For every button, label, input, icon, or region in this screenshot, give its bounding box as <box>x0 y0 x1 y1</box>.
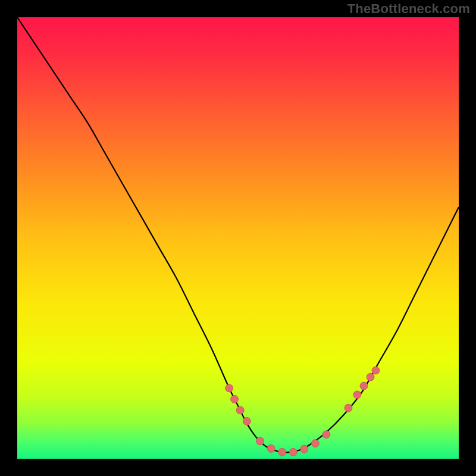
gradient-background <box>17 17 459 459</box>
watermark-text: TheBottleneck.com <box>347 1 470 17</box>
highlight-marker <box>256 437 264 445</box>
highlight-marker <box>236 406 244 414</box>
plot-svg <box>17 17 459 459</box>
highlight-marker <box>345 404 352 412</box>
highlight-marker <box>372 367 380 374</box>
highlight-marker <box>300 445 308 453</box>
highlight-marker <box>367 373 374 381</box>
highlight-marker <box>267 444 275 452</box>
chart-frame: TheBottleneck.com <box>0 0 476 476</box>
highlight-marker <box>289 448 297 456</box>
highlight-marker <box>278 448 286 456</box>
highlight-marker <box>311 440 319 447</box>
highlight-marker <box>226 384 233 392</box>
plot-area <box>17 17 459 459</box>
highlight-marker <box>322 431 330 439</box>
highlight-marker <box>231 395 239 403</box>
highlight-marker <box>360 382 368 390</box>
highlight-marker <box>353 391 361 399</box>
highlight-marker <box>243 417 250 425</box>
